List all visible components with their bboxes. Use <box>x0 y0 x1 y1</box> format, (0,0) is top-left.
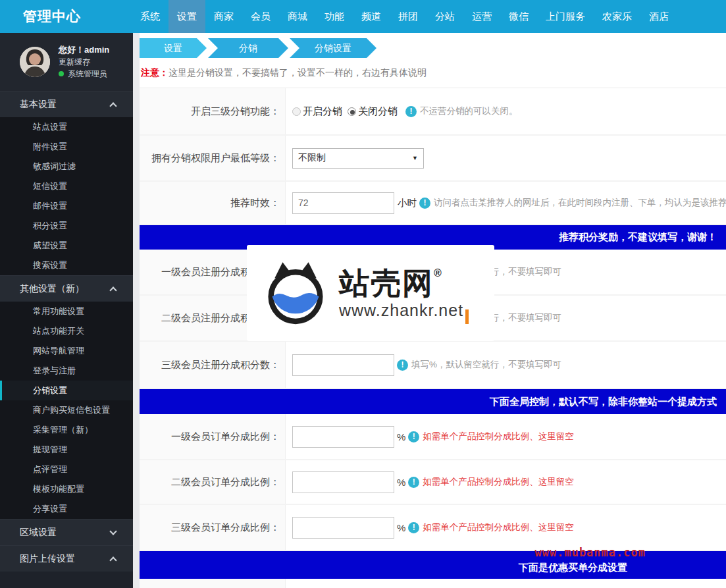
info-icon: ! <box>397 360 408 371</box>
order-ratio-l1-input[interactable] <box>292 426 394 448</box>
user-greeting: 您好！admin <box>59 44 109 56</box>
nav-item[interactable]: 拼团 <box>390 0 427 33</box>
info-icon: ! <box>405 106 417 117</box>
nav-item[interactable]: 酒店 <box>640 0 677 33</box>
chevron-icon <box>109 102 117 109</box>
top-bar: 管理中心 系统设置商家会员商城功能频道拼团分站运营微信上门服务农家乐酒店 <box>0 0 726 33</box>
notice-prefix: 注意： <box>141 67 169 78</box>
radio-enable-label[interactable]: 开启分销 <box>303 105 342 118</box>
field-unit: 小时 <box>398 197 417 209</box>
sidebar-menu-entry[interactable]: 其他设置（新） <box>0 275 133 302</box>
nav-item[interactable]: 系统 <box>132 0 169 33</box>
row-min-level: 拥有分销权限用户最低等级： 不限制 ▼ <box>140 136 726 182</box>
site-watermark: 站壳网® www.zhankr.net <box>247 245 494 341</box>
nav-item[interactable]: 商城 <box>279 0 316 33</box>
sidebar-menu-entry[interactable]: 基本设置 <box>0 91 133 117</box>
sidebar-menu: 基本设置 站点设置 附件设置 敏感词过滤 短信设置 邮件设置 积分设置 威望设置… <box>0 91 133 572</box>
referral-hours-input[interactable] <box>292 192 394 214</box>
min-level-select[interactable]: 不限制 ▼ <box>292 148 424 169</box>
radio-enable[interactable] <box>292 107 301 116</box>
row-reg-points-l3: 三级会员注册分成积分数： ! 填写%，默认留空就行，不要填写即可 <box>140 342 726 389</box>
sidebar-menu-entry[interactable]: 模板功能配置 <box>0 479 133 499</box>
field-label: 拥有分销权限用户最低等级： <box>140 136 286 180</box>
nav-item[interactable]: 功能 <box>316 0 353 33</box>
notice-text: 注意：这里是分销设置，不要搞错了，设置不一样的，右边有具体说明 <box>141 67 726 80</box>
info-icon: ! <box>408 522 419 533</box>
sidebar-menu-entry[interactable]: 网站导航管理 <box>0 341 133 361</box>
percent-sign: % <box>397 477 405 488</box>
order-ratio-l3-input[interactable] <box>292 517 394 539</box>
sidebar-menu-entry[interactable]: 搜索设置 <box>0 255 133 275</box>
sidebar-menu-entry[interactable]: 区域设置 <box>0 519 133 545</box>
watermark-url: www.zhankr.net <box>339 302 463 319</box>
radio-disable-label[interactable]: 关闭分销 <box>358 105 398 118</box>
sidebar-menu-entry[interactable]: 分销设置 <box>0 381 133 400</box>
sidebar-menu-entry[interactable]: 站点功能开关 <box>0 321 133 341</box>
sidebar-menu-entry[interactable]: 短信设置 <box>0 176 133 196</box>
nav-item[interactable]: 上门服务 <box>537 0 594 33</box>
field-label: 二级会员订单分成比例： <box>140 460 286 504</box>
top-nav: 系统设置商家会员商城功能频道拼团分站运营微信上门服务农家乐酒店 <box>132 0 677 33</box>
sidebar-menu-entry[interactable]: 商户购买短信包设置 <box>0 400 133 420</box>
section-banner: 下面全局控制，默认不写，除非你整站一个提成方式 <box>140 389 726 414</box>
watermark-title: 站壳网 <box>339 266 434 300</box>
reg-points-l3-input[interactable] <box>292 354 394 376</box>
row-order-ratio-l1: 一级会员订单分成比例： % ! 如需单个产品控制分成比例、这里留空 <box>140 414 726 460</box>
radio-disable[interactable] <box>348 107 356 116</box>
field-label: 开启三级分销功能： <box>140 88 286 134</box>
sidebar-menu-entry[interactable]: 分享设置 <box>0 499 133 519</box>
sidebar-menu-entry[interactable]: 积分设置 <box>0 216 133 236</box>
info-icon: ! <box>408 431 419 442</box>
nav-item[interactable]: 商家 <box>205 0 242 33</box>
chevron-icon <box>109 556 117 564</box>
section-banner: www.mubanma.com 下面是优惠买单分成设置 <box>140 551 726 579</box>
orange-cursor-mark <box>465 309 469 324</box>
order-ratio-l2-input[interactable] <box>292 471 394 493</box>
sidebar-menu-entry[interactable]: 威望设置 <box>0 236 133 255</box>
avatar[interactable] <box>20 47 50 77</box>
chevron-icon <box>109 286 117 294</box>
field-help-red: 如需单个产品控制分成比例、这里留空 <box>423 521 574 533</box>
online-status-icon <box>59 71 64 76</box>
registered-mark: ® <box>434 267 442 279</box>
sidebar-menu-entry[interactable]: 附件设置 <box>0 137 133 157</box>
sidebar-menu-entry[interactable]: 点评管理 <box>0 460 133 479</box>
breadcrumb-segment[interactable]: 分销设置 <box>290 38 376 58</box>
percent-sign: % <box>397 522 405 533</box>
info-icon: ! <box>408 477 419 488</box>
sidebar-menu-entry[interactable]: 登录与注册 <box>0 361 133 381</box>
nav-item[interactable]: 频道 <box>353 0 390 33</box>
field-label: 一级会员订单分成比例： <box>140 414 286 459</box>
field-help-red: 如需单个产品控制分成比例、这里留空 <box>423 431 574 442</box>
row-order-ratio-l3: 三级会员订单分成比例： % ! 如需单个产品控制分成比例、这里留空 <box>140 505 726 551</box>
chevron-icon <box>109 527 117 535</box>
nav-item[interactable]: 设置 <box>169 0 205 33</box>
nav-item[interactable]: 分站 <box>427 0 463 33</box>
select-caret-icon: ▼ <box>412 155 418 161</box>
sidebar-menu-entry[interactable]: 敏感词过滤 <box>0 157 133 176</box>
sidebar-menu-entry[interactable]: 提现管理 <box>0 440 133 460</box>
update-cache-link[interactable]: 更新缓存 <box>59 56 109 68</box>
row-enable-distribution: 开启三级分销功能： 开启分销 关闭分销 ! 不运营分销的可以关闭。 <box>140 88 726 136</box>
nav-item[interactable]: 运营 <box>463 0 500 33</box>
field-label: 推荐时效： <box>140 182 286 224</box>
avatar-photo <box>20 47 50 77</box>
sidebar-menu-entry[interactable]: 采集管理（新） <box>0 420 133 440</box>
user-box: 您好！admin 更新缓存 系统管理员 <box>0 33 133 91</box>
mubanma-watermark: www.mubanma.com <box>534 546 646 559</box>
row-referral-hours: 推荐时效： 小时 ! 访问者点击某推荐人的网址后，在此时间段内注册、下单，均认为… <box>140 182 726 225</box>
sidebar-menu-entry[interactable]: 图片上传设置 <box>0 545 133 572</box>
nav-item[interactable]: 农家乐 <box>594 0 640 33</box>
next-row-sliver <box>140 579 726 588</box>
nav-item[interactable]: 会员 <box>242 0 279 33</box>
field-help: 填写%，默认留空就行，不要填写即可 <box>411 359 561 371</box>
breadcrumb-segment[interactable]: 设置 <box>140 38 207 58</box>
nav-item[interactable]: 微信 <box>500 0 537 33</box>
breadcrumb-segment[interactable]: 分销 <box>208 38 288 58</box>
app-title: 管理中心 <box>0 0 113 33</box>
sidebar-menu-entry[interactable]: 邮件设置 <box>0 196 133 216</box>
sidebar-menu-entry[interactable]: 常用功能设置 <box>0 302 133 321</box>
zhankr-cat-logo-icon <box>259 256 332 330</box>
sidebar-menu-entry[interactable]: 站点设置 <box>0 117 133 137</box>
sidebar: 您好！admin 更新缓存 系统管理员 基本设置 站点设置 附件设置 敏感词过滤… <box>0 33 133 588</box>
